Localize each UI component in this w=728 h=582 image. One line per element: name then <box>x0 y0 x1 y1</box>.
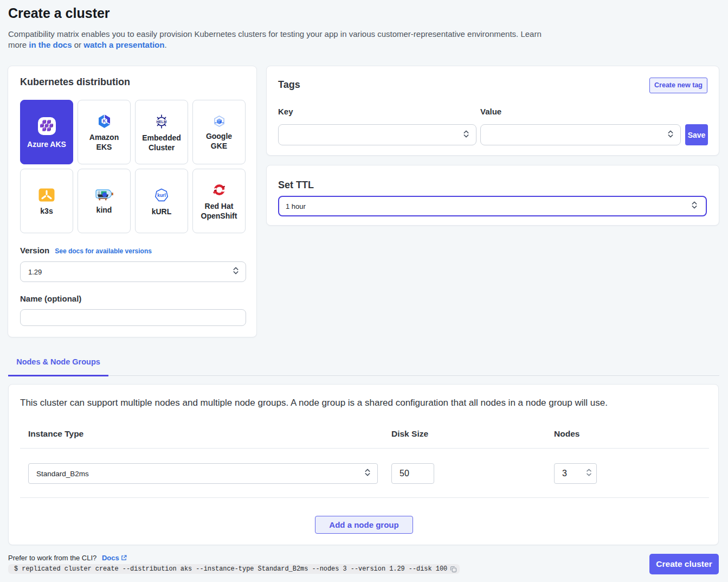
svg-text:K: K <box>102 118 106 124</box>
svg-text:HELM: HELM <box>157 119 167 123</box>
svg-text:kurl: kurl <box>157 193 166 198</box>
